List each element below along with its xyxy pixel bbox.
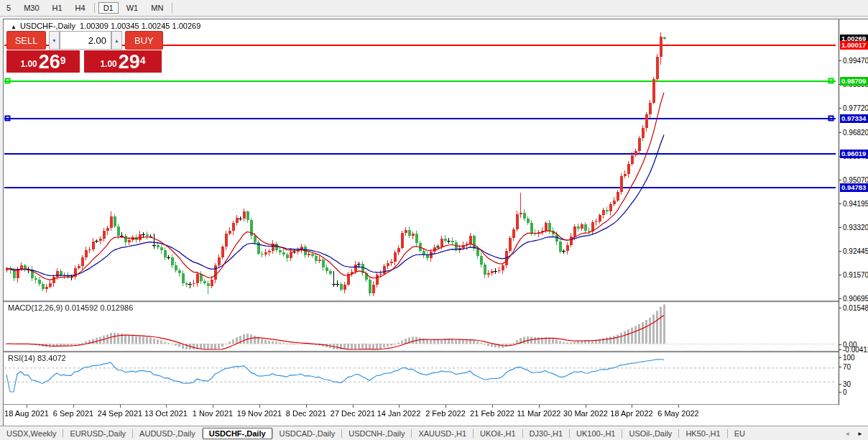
date-tick-label: 6 Sep 2021 <box>53 409 93 418</box>
date-tick-label: 6 May 2022 <box>657 409 698 418</box>
macd-main-value: 0.014592 <box>65 303 98 312</box>
date-tick <box>73 405 74 408</box>
tab-scroll-right-icon[interactable]: ► <box>854 431 867 437</box>
date-tick <box>120 405 121 408</box>
chart-tab-hk50-h1[interactable]: HK50-,H1 <box>679 428 726 439</box>
rsi-axis-label: 70 <box>843 363 851 371</box>
chart-tab-ukoil-h1[interactable]: UKOil-,H1 <box>474 428 522 439</box>
rsi-axis-label: 30 <box>843 380 851 388</box>
collapse-icon[interactable]: ▲ <box>11 24 17 30</box>
symbol-tab-bar: USDX,WeeklyEURUSD-,DailyAUDUSD-,DailyUSD… <box>0 426 868 440</box>
price-tick-label: 0.92445 <box>843 247 868 255</box>
chart-tab-usdx-weekly[interactable]: USDX,Weekly <box>0 428 63 439</box>
timeframe-button-H4[interactable]: H4 <box>70 2 91 14</box>
date-tick-label: 2 Feb 2022 <box>425 409 466 418</box>
rsi-value: 83.4072 <box>37 354 66 362</box>
axis-tick <box>839 384 841 385</box>
date-tick <box>353 405 354 408</box>
date-tick <box>213 405 213 408</box>
price-tick-label: 0.90695 <box>843 295 868 303</box>
date-tick-label: 27 Dec 2021 <box>331 409 375 418</box>
axis-tick <box>839 251 841 252</box>
toolbar-divider <box>94 3 95 13</box>
chart-tab-usoil-daily[interactable]: USOil-,Daily <box>622 428 678 439</box>
open-value: 1.00309 <box>80 22 108 30</box>
price-tick-label: 0.97720 <box>843 104 868 112</box>
ask-big-digits: 29 <box>119 52 140 71</box>
date-tick-label: 18 Apr 2022 <box>610 409 652 418</box>
chart-tab-dj30-h1[interactable]: DJ30-,H1 <box>523 428 569 439</box>
macd-signal-value: 0.012986 <box>100 303 133 312</box>
date-tick <box>259 405 260 408</box>
one-click-trade-widget: SELL ▼ 2.00 ▲ BUY 1.00 26 9 1.00 29 4 <box>6 31 163 73</box>
macd-title: MACD(12,26,9) 0.014592 0.012986 <box>8 303 133 312</box>
macd-axis-label: 0.015482 <box>843 304 868 312</box>
chart-tab-audusd-daily[interactable]: AUDUSD-,Daily <box>133 428 202 439</box>
axis-tick <box>839 60 841 61</box>
timeframe-button-MN[interactable]: MN <box>146 2 168 14</box>
price-tick-label: 0.93320 <box>843 224 868 232</box>
ask-pip-digit: 4 <box>140 50 146 71</box>
date-tick-label: 24 Sep 2021 <box>98 409 142 418</box>
trading-terminal: 5M30H1H4D1W1MN ▲USDCHF-,Daily 1.00309 1.… <box>0 0 868 440</box>
timeframe-button-H1[interactable]: H1 <box>47 2 68 14</box>
chart-tab-usdcad-daily[interactable]: USDCAD-,Daily <box>273 428 342 439</box>
axis-tick <box>839 275 841 275</box>
axis-tick <box>839 227 841 228</box>
date-tick-label: 18 Aug 2021 <box>4 409 49 418</box>
rsi-canvas[interactable] <box>4 352 836 404</box>
date-tick <box>399 405 400 408</box>
chart-tab-usdchf-daily[interactable]: USDCHF-,Daily <box>203 428 272 439</box>
price-tick-label: 0.96820 <box>843 129 868 137</box>
axis-tick <box>839 180 841 180</box>
axis-tick <box>839 367 841 367</box>
panel-separator[interactable] <box>4 351 868 353</box>
volume-input[interactable]: 2.00 <box>60 31 111 50</box>
axis-tick <box>839 357 841 358</box>
axis-tick <box>839 308 841 308</box>
toolbar-divider <box>172 3 172 13</box>
date-tick-label: 11 Mar 2022 <box>517 409 561 418</box>
date-axis[interactable]: 18 Aug 20216 Sep 202124 Sep 202113 Oct 2… <box>4 405 868 426</box>
bid-pip-digit: 9 <box>60 50 66 71</box>
chart-tab-xauusd-h1[interactable]: XAUUSD-,H1 <box>412 428 473 439</box>
low-value: 1.00245 <box>142 22 170 30</box>
price-level-badge: 0.97334 <box>840 114 868 123</box>
timeframe-button-W1[interactable]: W1 <box>121 2 144 14</box>
bid-big-digits: 26 <box>39 52 60 71</box>
close-value: 1.00269 <box>172 22 201 30</box>
symbol-period-label: USDCHF-,Daily <box>20 22 75 30</box>
sell-button[interactable]: SELL <box>6 31 46 50</box>
timeframe-button-M30[interactable]: M30 <box>19 2 44 14</box>
price-axis[interactable]: 0.994700.985950.977200.968200.959450.950… <box>839 19 868 405</box>
tab-scroll-left-icon[interactable]: ◄ <box>841 431 854 437</box>
volume-up-button[interactable]: ▲ <box>111 31 122 50</box>
timeframe-button-D1[interactable]: D1 <box>98 2 119 14</box>
date-tick-label: 1 Nov 2021 <box>193 409 233 418</box>
chart-ohlc-header: ▲USDCHF-,Daily 1.00309 1.00345 1.00245 1… <box>11 22 200 30</box>
chart-tab-eu[interactable]: EU <box>728 428 752 439</box>
date-tick <box>27 405 27 408</box>
axis-tick <box>839 349 841 350</box>
chart-tab-usdcnh-daily[interactable]: USDCNH-,Daily <box>342 428 411 439</box>
chart-tab-uk100-h1[interactable]: UK100-,H1 <box>570 428 622 439</box>
timeframe-button-5[interactable]: 5 <box>1 2 16 14</box>
chart-tab-eurusd-daily[interactable]: EURUSD-,Daily <box>63 428 132 439</box>
volume-down-button[interactable]: ▼ <box>49 31 60 50</box>
date-tick <box>492 405 493 408</box>
price-tick-label: 0.91570 <box>843 271 868 279</box>
bid-prefix: 1.00 <box>20 57 37 71</box>
macd-axis-label: -0.004117 <box>843 346 868 354</box>
date-tick-label: 19 Nov 2021 <box>237 409 282 418</box>
date-tick-label: 21 Feb 2022 <box>470 409 514 418</box>
ask-prefix: 1.00 <box>100 57 116 71</box>
price-level-badge: 0.94783 <box>840 183 868 192</box>
panel-separator[interactable] <box>4 301 868 303</box>
rsi-axis-label: 0 <box>843 388 847 396</box>
date-tick-label: 14 Jan 2022 <box>377 409 421 418</box>
buy-button[interactable]: BUY <box>125 31 163 50</box>
bid-price-display[interactable]: 1.00 26 9 <box>6 50 80 73</box>
date-tick <box>445 405 446 408</box>
ask-price-display[interactable]: 1.00 29 4 <box>84 50 162 73</box>
axis-tick <box>839 108 841 109</box>
